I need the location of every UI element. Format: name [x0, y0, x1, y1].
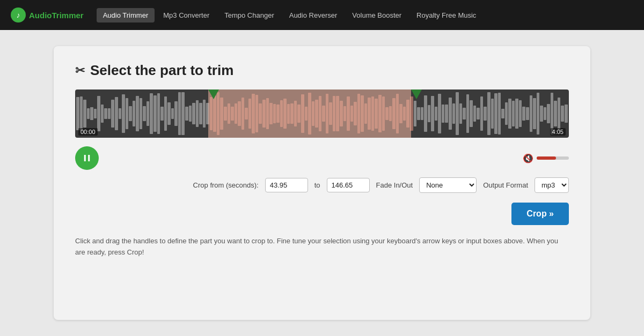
waveform-bar [213, 95, 216, 132]
waveform-bar [312, 101, 315, 126]
waveform-bar [104, 108, 107, 118]
waveform-bar [526, 107, 529, 120]
waveform-bar [308, 93, 311, 134]
controls-row: 🔇 [75, 146, 569, 170]
waveform-bar [540, 106, 543, 122]
waveform-bar [368, 98, 371, 129]
waveform-bar [147, 101, 150, 126]
waveform-bar [143, 106, 146, 121]
waveform-bar [210, 97, 213, 130]
waveform-bar [452, 103, 456, 124]
waveform-bar [220, 98, 223, 130]
waveform-bar [140, 98, 143, 129]
waveform-bars [75, 89, 569, 138]
waveform-bar [442, 104, 445, 122]
waveform-bar [382, 96, 385, 130]
waveform-container[interactable]: 00:00 4:05 [75, 89, 569, 138]
main-content: ✂ Select the part to trim 00:00 4:05 [0, 30, 644, 336]
waveform-bar [533, 98, 536, 130]
waveform-bar [305, 107, 308, 121]
waveform-bar [290, 103, 294, 124]
card: ✂ Select the part to trim 00:00 4:05 [54, 46, 590, 320]
waveform-bar [129, 106, 132, 122]
waveform-bar [241, 98, 245, 130]
crop-settings-row: Crop from (seconds): to Fade In/Out None… [75, 177, 569, 193]
svg-rect-0 [84, 155, 86, 161]
waveform-bar [231, 107, 234, 121]
page-title: ✂ Select the part to trim [75, 62, 569, 79]
right-handle-arrow [411, 89, 422, 99]
format-select[interactable]: mp3 wav ogg [535, 177, 569, 193]
nav-item-audio-trimmer[interactable]: Audio Trimmer [97, 10, 155, 20]
waveform-bar [174, 101, 178, 125]
waveform-bar [484, 107, 487, 121]
waveform-bar [392, 98, 396, 129]
fade-label: Fade In/Out [376, 181, 413, 189]
waveform-bar [115, 97, 118, 131]
waveform-bar [80, 96, 83, 130]
crop-to-input[interactable] [327, 178, 370, 192]
waveform-bar [111, 100, 114, 128]
waveform-bar [87, 108, 90, 118]
waveform-bar [199, 103, 202, 125]
logo-text-trimmer: Trimmer [52, 11, 84, 20]
waveform-bar [361, 95, 364, 132]
crop-button[interactable]: Crop » [511, 203, 569, 225]
nav-link-royalty[interactable]: Royalty Free Music [410, 8, 482, 23]
waveform-bar [456, 92, 459, 135]
waveform-bar [491, 99, 494, 129]
waveform-bar [189, 106, 192, 122]
nav-logo[interactable]: ♪ AudioTrimmer [11, 8, 84, 23]
crop-button-label: Crop » [526, 209, 554, 219]
nav-item-tempo[interactable]: Tempo Changer [218, 10, 281, 20]
volume-bar[interactable] [537, 156, 569, 160]
nav-link-audio-trimmer[interactable]: Audio Trimmer [97, 8, 155, 23]
waveform-bar [126, 98, 129, 130]
waveform-bar [122, 94, 125, 133]
waveform-bar [403, 107, 406, 120]
navbar: ♪ AudioTrimmer Audio Trimmer Mp3 Convert… [0, 0, 644, 30]
waveform-bar [470, 100, 473, 128]
waveform-bar [297, 104, 301, 123]
nav-link-tempo[interactable]: Tempo Changer [218, 8, 281, 23]
nav-link-mp3[interactable]: Mp3 Converter [157, 8, 216, 23]
logo-text-audio: Audio [29, 11, 52, 20]
waveform-bar [530, 95, 533, 132]
nav-link-volume[interactable]: Volume Booster [346, 8, 408, 23]
waveform-bar [329, 102, 332, 125]
fade-select[interactable]: None Fade In Fade Out Fade In/Out [419, 177, 477, 193]
waveform-bar [565, 104, 568, 123]
left-handle[interactable] [208, 89, 219, 99]
waveform-bar [421, 107, 424, 120]
crop-from-label: Crop from (seconds): [193, 181, 259, 189]
waveform-bar [357, 94, 361, 133]
nav-link-reverser[interactable]: Audio Reverser [283, 8, 344, 23]
waveform-bar [494, 93, 497, 133]
waveform-bar [287, 104, 290, 124]
waveform-bar [515, 99, 518, 129]
waveform-bar [235, 103, 238, 123]
waveform-bar [385, 107, 389, 120]
nav-item-mp3[interactable]: Mp3 Converter [157, 10, 216, 20]
waveform-bar [547, 104, 550, 123]
waveform-bar [276, 104, 280, 123]
waveform-bar [171, 108, 174, 118]
waveform-bar [522, 107, 525, 120]
waveform-bar [76, 97, 79, 131]
waveform-bar [248, 99, 252, 129]
waveform-bar [206, 103, 209, 124]
waveform-bar [136, 96, 139, 132]
play-pause-button[interactable] [75, 146, 99, 170]
waveform-bar [196, 100, 199, 128]
waveform-bar [255, 95, 259, 132]
nav-links: Audio Trimmer Mp3 Converter Tempo Change… [97, 10, 483, 20]
waveform-bar [396, 94, 399, 133]
right-handle[interactable] [411, 89, 422, 99]
waveform-bar [512, 101, 515, 127]
nav-item-volume[interactable]: Volume Booster [346, 10, 408, 20]
waveform-bar [301, 94, 304, 133]
nav-item-royalty[interactable]: Royalty Free Music [410, 10, 482, 20]
nav-item-reverser[interactable]: Audio Reverser [283, 10, 344, 20]
crop-from-input[interactable] [265, 178, 308, 192]
waveform-bar [554, 101, 557, 126]
